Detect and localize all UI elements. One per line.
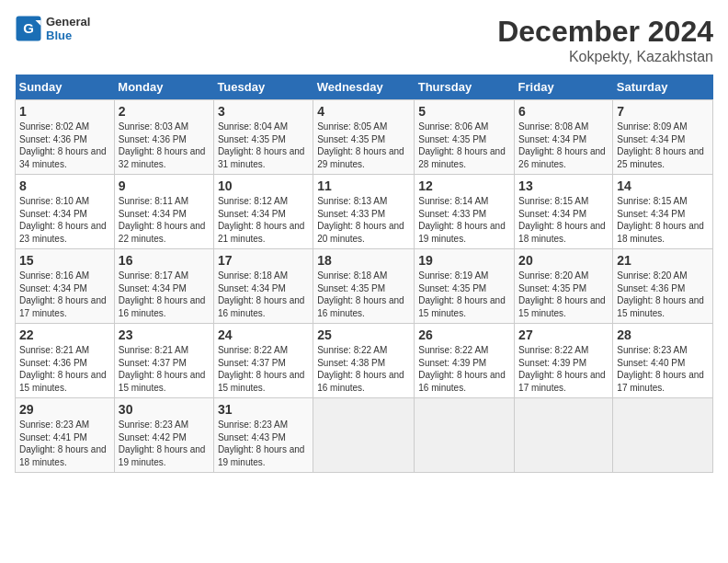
table-row bbox=[313, 398, 415, 473]
logo: G General Blue bbox=[15, 15, 90, 42]
table-row: 28Sunrise: 8:23 AMSunset: 4:40 PMDayligh… bbox=[613, 324, 713, 398]
table-row: 19Sunrise: 8:19 AMSunset: 4:35 PMDayligh… bbox=[415, 249, 515, 324]
col-monday: Monday bbox=[114, 75, 213, 100]
logo-text: General Blue bbox=[46, 15, 90, 42]
calendar-body: 1Sunrise: 8:02 AMSunset: 4:36 PMDaylight… bbox=[16, 100, 713, 473]
table-row: 22Sunrise: 8:21 AMSunset: 4:36 PMDayligh… bbox=[16, 324, 115, 398]
table-row: 16Sunrise: 8:17 AMSunset: 4:34 PMDayligh… bbox=[114, 249, 213, 324]
table-row: 6Sunrise: 8:08 AMSunset: 4:34 PMDaylight… bbox=[515, 100, 613, 175]
table-row: 18Sunrise: 8:18 AMSunset: 4:35 PMDayligh… bbox=[313, 249, 415, 324]
page-container: G General Blue December 2024 Kokpekty, K… bbox=[0, 0, 728, 482]
col-thursday: Thursday bbox=[415, 75, 515, 100]
table-row: 17Sunrise: 8:18 AMSunset: 4:34 PMDayligh… bbox=[213, 249, 313, 324]
header: G General Blue December 2024 Kokpekty, K… bbox=[15, 15, 713, 65]
table-row: 27Sunrise: 8:22 AMSunset: 4:39 PMDayligh… bbox=[515, 324, 613, 398]
month-title: December 2024 bbox=[497, 15, 713, 49]
table-row: 31Sunrise: 8:23 AMSunset: 4:43 PMDayligh… bbox=[213, 398, 313, 473]
calendar-week-4: 22Sunrise: 8:21 AMSunset: 4:36 PMDayligh… bbox=[16, 324, 713, 398]
table-row bbox=[613, 398, 713, 473]
table-row: 11Sunrise: 8:13 AMSunset: 4:33 PMDayligh… bbox=[313, 175, 415, 249]
table-row: 9Sunrise: 8:11 AMSunset: 4:34 PMDaylight… bbox=[114, 175, 213, 249]
col-wednesday: Wednesday bbox=[313, 75, 415, 100]
table-row bbox=[515, 398, 613, 473]
table-row: 4Sunrise: 8:05 AMSunset: 4:35 PMDaylight… bbox=[313, 100, 415, 175]
table-row: 30Sunrise: 8:23 AMSunset: 4:42 PMDayligh… bbox=[114, 398, 213, 473]
col-sunday: Sunday bbox=[16, 75, 115, 100]
table-row: 25Sunrise: 8:22 AMSunset: 4:38 PMDayligh… bbox=[313, 324, 415, 398]
table-row: 14Sunrise: 8:15 AMSunset: 4:34 PMDayligh… bbox=[613, 175, 713, 249]
calendar-week-1: 1Sunrise: 8:02 AMSunset: 4:36 PMDaylight… bbox=[16, 100, 713, 175]
svg-text:G: G bbox=[23, 20, 34, 36]
table-row: 1Sunrise: 8:02 AMSunset: 4:36 PMDaylight… bbox=[16, 100, 115, 175]
calendar-week-2: 8Sunrise: 8:10 AMSunset: 4:34 PMDaylight… bbox=[16, 175, 713, 249]
table-row: 12Sunrise: 8:14 AMSunset: 4:33 PMDayligh… bbox=[415, 175, 515, 249]
location: Kokpekty, Kazakhstan bbox=[497, 49, 713, 65]
col-saturday: Saturday bbox=[613, 75, 713, 100]
col-tuesday: Tuesday bbox=[213, 75, 313, 100]
table-row: 23Sunrise: 8:21 AMSunset: 4:37 PMDayligh… bbox=[114, 324, 213, 398]
calendar-table: Sunday Monday Tuesday Wednesday Thursday… bbox=[15, 75, 713, 473]
logo-icon: G bbox=[15, 15, 42, 42]
calendar-week-3: 15Sunrise: 8:16 AMSunset: 4:34 PMDayligh… bbox=[16, 249, 713, 324]
table-row: 15Sunrise: 8:16 AMSunset: 4:34 PMDayligh… bbox=[16, 249, 115, 324]
table-row: 26Sunrise: 8:22 AMSunset: 4:39 PMDayligh… bbox=[415, 324, 515, 398]
calendar-header-row: Sunday Monday Tuesday Wednesday Thursday… bbox=[16, 75, 713, 100]
table-row bbox=[415, 398, 515, 473]
table-row: 7Sunrise: 8:09 AMSunset: 4:34 PMDaylight… bbox=[613, 100, 713, 175]
col-friday: Friday bbox=[515, 75, 613, 100]
table-row: 2Sunrise: 8:03 AMSunset: 4:36 PMDaylight… bbox=[114, 100, 213, 175]
table-row: 3Sunrise: 8:04 AMSunset: 4:35 PMDaylight… bbox=[213, 100, 313, 175]
table-row: 13Sunrise: 8:15 AMSunset: 4:34 PMDayligh… bbox=[515, 175, 613, 249]
table-row: 20Sunrise: 8:20 AMSunset: 4:35 PMDayligh… bbox=[515, 249, 613, 324]
table-row: 21Sunrise: 8:20 AMSunset: 4:36 PMDayligh… bbox=[613, 249, 713, 324]
table-row: 5Sunrise: 8:06 AMSunset: 4:35 PMDaylight… bbox=[415, 100, 515, 175]
table-row: 24Sunrise: 8:22 AMSunset: 4:37 PMDayligh… bbox=[213, 324, 313, 398]
table-row: 29Sunrise: 8:23 AMSunset: 4:41 PMDayligh… bbox=[16, 398, 115, 473]
title-block: December 2024 Kokpekty, Kazakhstan bbox=[497, 15, 713, 65]
table-row: 10Sunrise: 8:12 AMSunset: 4:34 PMDayligh… bbox=[213, 175, 313, 249]
calendar-week-5: 29Sunrise: 8:23 AMSunset: 4:41 PMDayligh… bbox=[16, 398, 713, 473]
table-row: 8Sunrise: 8:10 AMSunset: 4:34 PMDaylight… bbox=[16, 175, 115, 249]
